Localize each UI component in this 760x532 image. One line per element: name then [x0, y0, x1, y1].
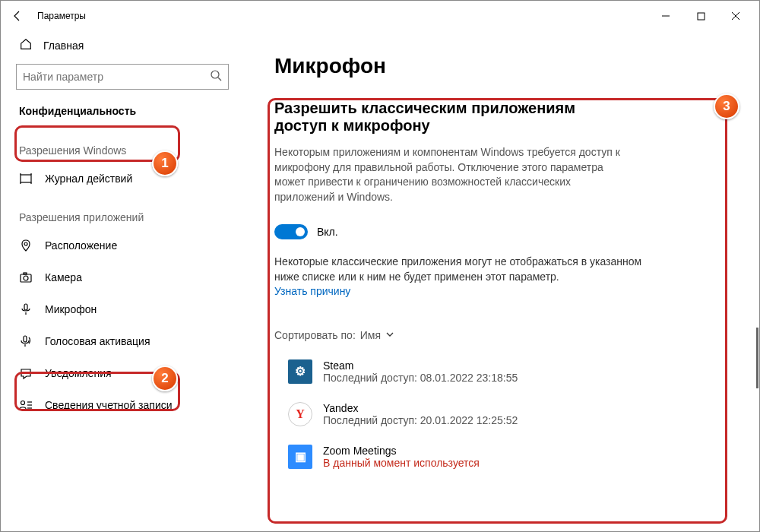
allow-desktop-apps-toggle[interactable]	[274, 224, 308, 239]
sidebar-home[interactable]: Главная	[1, 31, 244, 59]
sidebar-item-voice-activation[interactable]: Голосовая активация	[1, 325, 244, 357]
app-name: Zoom Meetings	[323, 445, 480, 457]
titlebar: Параметры	[1, 1, 759, 31]
svg-line-5	[218, 78, 221, 81]
sort-by[interactable]: Сортировать по: Имя	[274, 329, 729, 341]
chevron-down-icon	[385, 329, 394, 341]
sort-label: Сортировать по:	[274, 329, 356, 341]
svg-rect-15	[24, 304, 27, 310]
svg-rect-6	[21, 175, 31, 182]
sidebar-item-label: Голосовая активация	[45, 335, 150, 347]
app-last-access: Последний доступ: 20.01.2022 12:25:52	[323, 414, 518, 426]
scrollbar[interactable]	[756, 328, 758, 388]
voice-activation-icon	[19, 334, 33, 348]
window-body: Главная Конфиденциальность Разрешения Wi…	[1, 31, 759, 531]
activity-history-icon	[19, 172, 33, 185]
app-text: Yandex Последний доступ: 20.01.2022 12:2…	[323, 402, 518, 426]
sidebar-item-label: Журнал действий	[45, 173, 132, 185]
sidebar-home-label: Главная	[43, 40, 84, 52]
toggle-knob	[296, 227, 305, 236]
maximize-button[interactable]	[683, 4, 718, 28]
svg-rect-17	[24, 336, 27, 342]
sidebar-group-windows: Разрешения Windows	[1, 128, 244, 163]
minimize-button[interactable]	[648, 4, 683, 28]
svg-point-4	[211, 71, 219, 78]
sidebar-item-account-info[interactable]: Сведения учетной записи	[1, 389, 244, 421]
page-title: Микрофон	[274, 54, 729, 78]
sidebar-item-label: Расположение	[45, 239, 117, 252]
settings-window: Параметры Главная	[0, 0, 760, 532]
sidebar-item-notifications[interactable]: Уведомления	[1, 357, 244, 389]
desktop-app-list: ⚙ Steam Последний доступ: 08.01.2022 23:…	[274, 352, 729, 480]
search-wrap	[1, 59, 244, 94]
app-last-access: Последний доступ: 08.01.2022 23:18:55	[323, 372, 518, 384]
app-name: Yandex	[323, 402, 518, 414]
list-item[interactable]: ▣ Zoom Meetings В данный момент использу…	[274, 437, 729, 480]
sidebar-item-activity-history[interactable]: Журнал действий	[1, 163, 244, 195]
app-name: Steam	[323, 359, 518, 372]
toggle-label: Вкл.	[317, 226, 338, 238]
window-controls	[648, 4, 753, 28]
sidebar-section-header: Конфиденциальность	[1, 94, 244, 128]
sidebar-item-location[interactable]: Расположение	[1, 230, 244, 261]
list-item[interactable]: ⚙ Steam Последний доступ: 08.01.2022 23:…	[274, 352, 729, 394]
sidebar-item-label: Камера	[45, 271, 82, 283]
note-text: Некоторые классические приложения могут …	[274, 255, 647, 284]
svg-point-11	[24, 242, 27, 245]
notifications-icon	[19, 366, 33, 380]
location-icon	[19, 239, 33, 252]
sidebar-item-label: Уведомления	[45, 367, 112, 379]
section-description: Некоторым приложениям и компонентам Wind…	[274, 145, 632, 204]
close-button[interactable]	[718, 4, 753, 28]
sidebar-item-label: Микрофон	[45, 303, 97, 315]
back-button[interactable]	[7, 1, 28, 31]
content-pane[interactable]: Микрофон Разрешить классическим приложен…	[244, 31, 759, 531]
section-subtitle: Разрешить классическим приложениям досту…	[274, 100, 632, 135]
sidebar-item-microphone[interactable]: Микрофон	[1, 293, 244, 325]
app-icon-yandex: Y	[288, 402, 312, 426]
svg-point-19	[21, 401, 25, 405]
app-icon-zoom: ▣	[288, 445, 312, 469]
account-info-icon	[19, 398, 33, 412]
svg-point-13	[24, 276, 28, 280]
home-icon	[19, 37, 33, 53]
sidebar-item-label: Сведения учетной записи	[45, 399, 173, 411]
search-box[interactable]	[16, 64, 229, 90]
app-text: Steam Последний доступ: 08.01.2022 23:18…	[323, 359, 518, 384]
microphone-icon	[19, 302, 33, 316]
list-item[interactable]: Y Yandex Последний доступ: 20.01.2022 12…	[274, 394, 729, 437]
learn-more-link[interactable]: Узнать причину	[274, 285, 729, 297]
allow-desktop-apps-toggle-row: Вкл.	[274, 224, 729, 239]
search-input[interactable]	[23, 71, 210, 83]
app-icon-steam: ⚙	[288, 359, 312, 384]
app-text: Zoom Meetings В данный момент использует…	[323, 445, 480, 469]
camera-icon	[19, 271, 33, 284]
search-icon	[210, 69, 222, 84]
sidebar: Главная Конфиденциальность Разрешения Wi…	[1, 31, 244, 531]
svg-rect-1	[698, 13, 705, 20]
sort-value: Имя	[360, 329, 381, 341]
window-title: Параметры	[37, 11, 86, 21]
sidebar-group-apps: Разрешения приложений	[1, 195, 244, 230]
sidebar-item-camera[interactable]: Камера	[1, 261, 244, 293]
app-in-use: В данный момент используется	[323, 457, 480, 469]
svg-rect-14	[24, 273, 27, 274]
